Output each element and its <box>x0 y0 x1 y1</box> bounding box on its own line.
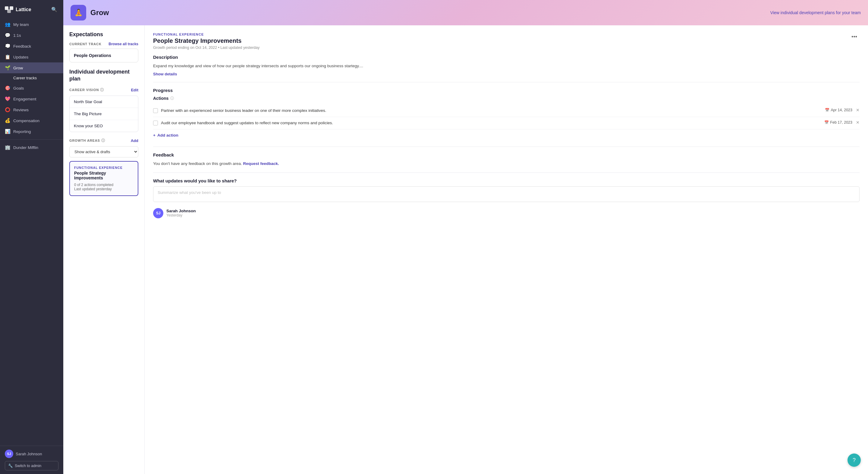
action-left-1: Audit our employee handbook and suggest … <box>153 120 819 126</box>
divider-1 <box>153 82 860 82</box>
growth-areas-add-link[interactable]: Add <box>131 139 138 143</box>
feedback-text: You don't have any feedback on this grow… <box>153 160 860 167</box>
action-checkbox-0[interactable] <box>153 108 158 113</box>
sidebar-sub-item-career-tracks[interactable]: Career tracks <box>0 73 63 83</box>
remove-action-button-1[interactable]: ✕ <box>856 120 860 125</box>
request-feedback-link[interactable]: Request feedback. <box>243 161 279 166</box>
update-user-name: Sarah Johnson <box>166 209 196 213</box>
reviews-icon: ⭕ <box>5 107 10 113</box>
remove-action-button-0[interactable]: ✕ <box>856 108 860 113</box>
sidebar-user-name: Sarah Johnson <box>16 452 42 456</box>
reporting-icon: 📊 <box>5 129 10 134</box>
growth-areas-info-icon[interactable]: ⓘ <box>101 138 105 143</box>
sidebar-item-goals[interactable]: 🎯 Goals <box>0 83 63 93</box>
page-title: Grow <box>90 8 109 17</box>
detail-header: FUNCTIONAL EXPERIENCE People Strategy Im… <box>153 33 860 50</box>
svg-rect-2 <box>7 9 11 13</box>
sidebar-item-compensation[interactable]: 💰 Compensation <box>0 115 63 126</box>
page-header-left: 🧘 Grow <box>70 5 109 21</box>
feedback-section: Feedback You don't have any feedback on … <box>153 152 860 167</box>
sidebar-item-engagement[interactable]: 💖 Engagement <box>0 93 63 104</box>
user-update-info: Sarah Johnson Yesterday <box>166 209 196 217</box>
growth-areas-select[interactable]: Show active & drafts Show active only Sh… <box>69 146 138 157</box>
growth-card[interactable]: FUNCTIONAL EXPERIENCE People Strategy Im… <box>69 161 138 196</box>
sidebar-item-grow[interactable]: 🌱 Grow <box>0 62 63 73</box>
feedback-label: Feedback <box>153 152 860 157</box>
action-checkbox-1[interactable] <box>153 121 158 125</box>
career-vision-label: CAREER VISION ⓘ <box>69 87 104 93</box>
sidebar-item-feedback[interactable]: 💭 Feedback <box>0 41 63 52</box>
switch-admin-icon: 🔧 <box>8 464 13 468</box>
updates-question: What updates would you like to share? <box>153 178 860 183</box>
sidebar-item-1on1s[interactable]: 💬 1:1s <box>0 30 63 41</box>
growth-card-last-updated: Last updated yesterday <box>74 187 133 191</box>
actions-info-icon[interactable]: ⓘ <box>170 96 174 101</box>
updates-textarea[interactable] <box>153 186 860 202</box>
growth-areas-label: GROWTH AREAS ⓘ <box>69 138 105 143</box>
update-user-avatar: SJ <box>153 208 163 218</box>
user-avatar-small: SJ <box>5 450 13 458</box>
search-button[interactable]: 🔍 <box>50 5 59 13</box>
growth-card-actions-completed: 0 of 2 actions completed <box>74 183 133 187</box>
sidebar-item-reporting[interactable]: 📊 Reporting <box>0 126 63 137</box>
sidebar-divider <box>0 139 63 140</box>
help-button[interactable]: ? <box>847 453 861 467</box>
sidebar-nav: 👥 My team 💬 1:1s 💭 Feedback 📋 Updates 🌱 … <box>0 18 63 446</box>
action-date-0: 📅 Apr 14, 2023 <box>825 108 852 112</box>
vision-item-2: Know your SEO <box>70 120 138 132</box>
progress-section: Progress Actions ⓘ Partner with an exper… <box>153 88 860 141</box>
sidebar-item-dunder-mifflin[interactable]: 🏢 Dunder Mifflin <box>0 142 63 153</box>
track-box: People Operations <box>69 49 138 62</box>
update-user-time: Yesterday <box>166 213 196 217</box>
browse-all-tracks-link[interactable]: Browse all tracks <box>108 42 138 46</box>
sidebar-item-my-team[interactable]: 👥 My team <box>0 19 63 30</box>
sidebar-item-reviews[interactable]: ⭕ Reviews <box>0 104 63 115</box>
calendar-icon-1: 📅 <box>824 120 829 124</box>
lattice-logo-icon <box>5 6 13 13</box>
grow-page-icon: 🧘 <box>74 9 83 17</box>
engagement-icon: 💖 <box>5 96 10 101</box>
grow-icon-box: 🧘 <box>70 5 86 21</box>
career-vision-edit-link[interactable]: Edit <box>131 88 138 92</box>
action-text-1: Audit our employee handbook and suggest … <box>161 120 333 126</box>
left-panel: Expectations CURRENT TRACK Browse all tr… <box>63 25 145 474</box>
switch-admin-button[interactable]: 🔧 Switch to admin <box>5 461 59 470</box>
sidebar-bottom: SJ Sarah Johnson 🔧 Switch to admin <box>0 446 63 474</box>
more-options-button[interactable]: ••• <box>849 33 860 41</box>
vision-item-0: North Star Goal <box>70 96 138 108</box>
add-action-row[interactable]: + Add action <box>153 129 860 141</box>
career-vision-info-icon[interactable]: ⓘ <box>100 87 104 93</box>
action-date-1: 📅 Feb 17, 2023 <box>824 120 852 124</box>
grow-icon: 🌱 <box>5 65 10 70</box>
growth-card-title: People Strategy Improvements <box>74 171 133 180</box>
my-team-icon: 👥 <box>5 22 10 27</box>
description-label: Description <box>153 55 860 60</box>
career-vision-section-row: CAREER VISION ⓘ Edit <box>69 87 138 93</box>
main-area: 🧘 Grow View individual development plans… <box>63 0 868 474</box>
action-text-0: Partner with an experienced senior busin… <box>161 108 327 114</box>
sidebar: Lattice 🔍 👥 My team 💬 1:1s 💭 Feedback 📋 … <box>0 0 63 474</box>
content-area: Expectations CURRENT TRACK Browse all tr… <box>63 25 868 474</box>
updates-section: What updates would you like to share? SJ… <box>153 178 860 218</box>
view-plans-link[interactable]: View individual development plans for yo… <box>770 10 861 15</box>
show-details-link[interactable]: Show details <box>153 72 177 76</box>
description-text: Expand my knowledge and view of how our … <box>153 63 860 69</box>
feedback-icon: 💭 <box>5 43 10 49</box>
action-left-0: Partner with an experienced senior busin… <box>153 108 820 114</box>
growth-areas-section-row: GROWTH AREAS ⓘ Add <box>69 138 138 143</box>
vision-item-1: The Big Picture <box>70 108 138 120</box>
sidebar-item-updates[interactable]: 📋 Updates <box>0 52 63 62</box>
career-vision-box: North Star Goal The Big Picture Know you… <box>69 96 138 132</box>
current-track-label: CURRENT TRACK Browse all tracks <box>69 42 138 46</box>
add-action-label: Add action <box>157 133 179 138</box>
1on1s-icon: 💬 <box>5 33 10 38</box>
progress-label: Progress <box>153 88 860 93</box>
add-action-plus-icon: + <box>153 133 156 138</box>
idp-title: Individual development plan <box>69 68 138 83</box>
expectations-title: Expectations <box>69 31 138 38</box>
detail-category: FUNCTIONAL EXPERIENCE <box>153 33 259 36</box>
sidebar-header: Lattice 🔍 <box>0 0 63 18</box>
actions-header: Actions ⓘ <box>153 96 860 101</box>
growth-card-category: FUNCTIONAL EXPERIENCE <box>74 166 133 170</box>
action-right-1: 📅 Feb 17, 2023 ✕ <box>819 120 860 125</box>
